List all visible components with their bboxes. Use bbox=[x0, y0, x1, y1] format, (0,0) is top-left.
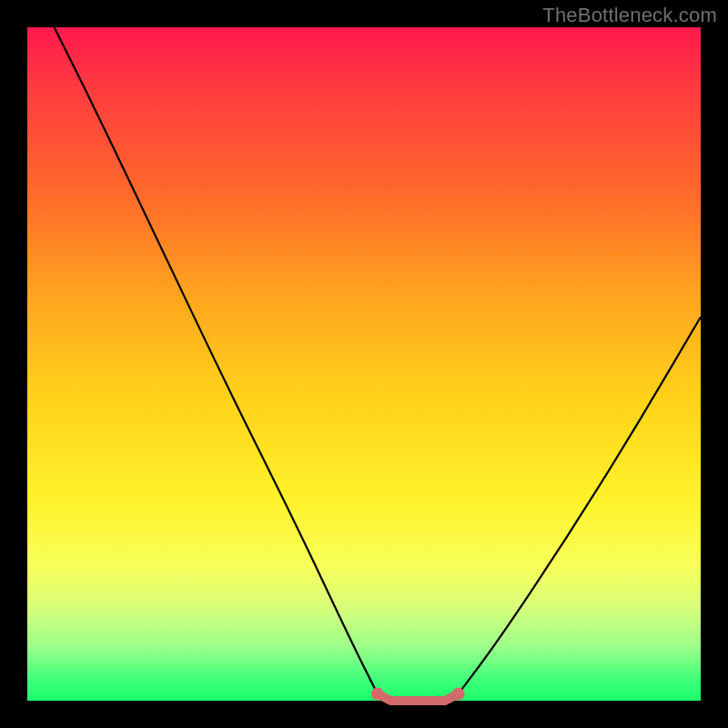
plateau-end-dot bbox=[452, 688, 465, 701]
bottleneck-curve-right bbox=[459, 317, 701, 693]
optimal-plateau bbox=[378, 694, 459, 701]
plateau-start-dot bbox=[371, 688, 384, 701]
watermark-label: TheBottleneck.com bbox=[542, 4, 717, 27]
bottleneck-curve-left bbox=[55, 27, 378, 694]
chart-frame: TheBottleneck.com bbox=[0, 0, 728, 728]
chart-svg bbox=[27, 27, 701, 701]
chart-plot-area bbox=[27, 27, 701, 701]
